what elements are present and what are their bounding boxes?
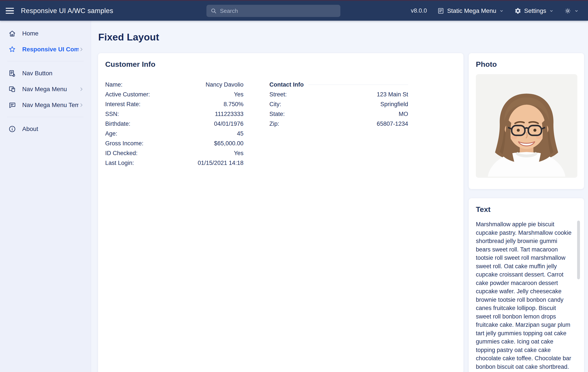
field-value: Springfield [380,101,408,108]
field-row: Last Login: 01/15/2021 14:18 [105,158,243,168]
contact-fields: Street: 123 Main St City: Springfield [269,90,408,129]
search-box[interactable] [206,5,340,17]
sidebar-item-nav-mega-menu[interactable]: Nav Mega Menu [0,81,91,97]
field-value: 65807-1234 [377,121,408,127]
sun-icon [564,7,571,14]
text-content: Marshmallow apple pie biscuit cupcake pa… [476,220,572,370]
template-icon [8,101,16,109]
field-label: City: [269,101,281,108]
field-label: SSN: [105,111,119,118]
chevron-right-icon [79,86,84,92]
top-app-bar: Responsive UI A/WC samples v8.0.0 Static… [0,1,588,21]
text-card-title: Text [476,205,577,214]
chevron-down-icon [549,9,554,13]
article-icon [437,7,444,14]
field-value: Yes [234,150,243,157]
field-label: Active Customer: [105,91,150,98]
field-value: Yes [234,91,243,98]
static-mega-menu-button[interactable]: Static Mega Menu [437,7,504,14]
search-input[interactable] [220,8,336,14]
field-value: 04/01/1976 [214,121,243,127]
group-separator-line [308,85,408,85]
settings-button[interactable]: Settings [514,7,554,14]
field-label: State: [269,111,285,118]
field-row: State: MO [269,109,408,119]
field-row: Name: Nancy Davolio [105,80,243,90]
chevron-down-icon [574,9,579,13]
app-title: Responsive UI A/WC samples [21,7,113,15]
version-label: v8.0.0 [411,7,427,14]
info-icon [8,125,16,133]
field-label: Name: [105,81,123,88]
field-value: 8.750% [223,101,243,108]
field-label: Age: [105,130,117,137]
text-card: Text Marshmallow apple pie biscuit cupca… [468,198,584,372]
field-value: 123 Main St [377,91,408,98]
chevron-right-icon [79,102,84,108]
gear-icon [514,7,521,14]
field-row: City: Springfield [269,100,408,109]
search-icon [210,8,217,14]
sidebar-item-home[interactable]: Home [0,25,91,41]
customer-info-card: Customer Info Name: Nancy Davolio Active… [98,53,464,372]
field-value: 01/15/2021 14:18 [198,160,243,166]
theme-switcher-button[interactable] [564,7,579,14]
sidebar-divider [7,117,84,117]
field-row: Street: 123 Main St [269,90,408,100]
photo-card-title: Photo [476,60,577,69]
sidebar-item-nav-mega-menu-template[interactable]: Nav Mega Menu Template [0,97,91,113]
field-label: Last Login: [105,160,134,166]
field-row: Zip: 65807-1234 [269,119,408,129]
field-value: Nancy Davolio [206,81,243,88]
field-value: MO [399,111,408,118]
hamburger-menu-icon[interactable] [6,8,14,14]
chevron-down-icon [499,9,504,13]
field-row: ID Checked: Yes [105,148,243,158]
contact-info-title: Contact Info [269,81,304,88]
topbar-actions: v8.0.0 Static Mega Menu Settings [411,7,579,14]
field-label: Birthdate: [105,121,130,127]
field-label: ID Checked: [105,150,138,157]
field-row: Age: 45 [105,129,243,139]
nav-button-icon [8,69,16,77]
star-icon [8,45,16,53]
main-content: Fixed Layout Customer Info Name: Nancy D… [91,21,588,372]
contact-info-group: Contact Info Street: 123 Main St [269,80,408,168]
customer-fields: Name: Nancy Davolio Active Customer: Yes… [105,80,243,168]
field-row: Gross Income: $65,000.00 [105,139,243,148]
chevron-right-icon [79,47,84,52]
field-value: 45 [237,130,243,137]
field-row: Birthdate: 04/01/1976 [105,119,243,129]
field-value: 111223333 [215,111,243,118]
page-title: Fixed Layout [98,31,584,43]
scrollbar-thumb[interactable] [577,221,580,279]
field-row: SSN: 111223333 [105,109,243,119]
customer-photo [476,74,577,178]
sidebar-item-about[interactable]: About [0,121,91,137]
home-icon [8,30,16,37]
field-label: Zip: [269,121,279,127]
field-label: Street: [269,91,287,98]
field-label: Interest Rate: [105,101,140,108]
field-label: Gross Income: [105,140,144,147]
field-row: Interest Rate: 8.750% [105,100,243,109]
mega-menu-icon [8,85,16,93]
field-value: $65,000.00 [214,140,243,147]
sidebar-item-responsive-ui-components[interactable]: Responsive UI Components [0,41,91,57]
photo-card: Photo [468,53,584,189]
customer-info-title: Customer Info [105,60,456,69]
field-row: Active Customer: Yes [105,90,243,100]
sidebar-nav: Home Responsive UI Components Nav Button… [0,21,91,372]
sidebar-item-nav-button[interactable]: Nav Button [0,65,91,81]
text-scroll-area[interactable]: Marshmallow apple pie biscuit cupcake pa… [476,220,581,370]
